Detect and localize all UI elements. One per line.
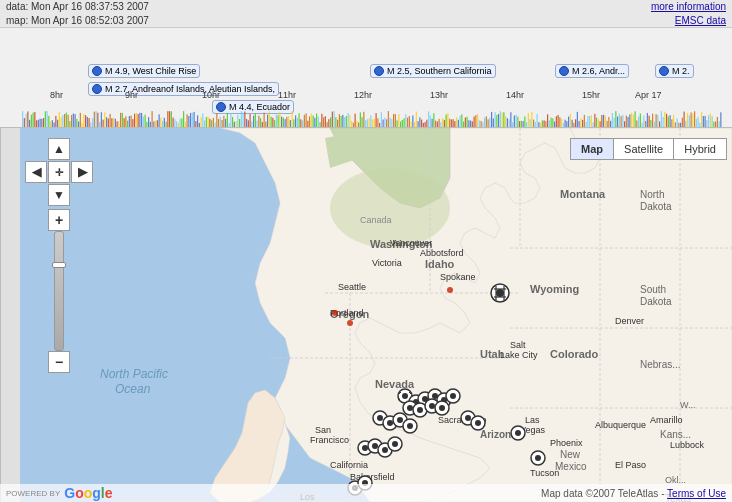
pan-up-button[interactable]: ▲: [48, 138, 70, 160]
svg-rect-85: [171, 111, 172, 127]
pan-down-button[interactable]: ▼: [48, 184, 70, 206]
svg-rect-204: [379, 123, 380, 127]
svg-rect-15: [48, 116, 49, 127]
svg-rect-264: [484, 118, 485, 127]
svg-rect-323: [587, 116, 588, 127]
svg-rect-311: [566, 121, 567, 127]
svg-text:Victoria: Victoria: [372, 258, 402, 268]
svg-rect-72: [148, 117, 149, 127]
svg-rect-202: [376, 113, 377, 127]
svg-rect-45: [101, 112, 102, 127]
pan-left-button[interactable]: ◀: [25, 161, 47, 183]
svg-rect-146: [278, 115, 279, 127]
svg-rect-219: [405, 114, 406, 127]
svg-rect-229: [423, 123, 424, 127]
svg-rect-322: [586, 122, 587, 127]
timeline-event-1[interactable]: M 4.9, West Chile Rise: [88, 64, 200, 78]
timeline-bar[interactable]: M 4.9, West Chile Rise M 2.7, Andreanof …: [0, 28, 732, 128]
zoom-out-button[interactable]: −: [48, 351, 70, 373]
svg-rect-218: [404, 118, 405, 127]
svg-rect-359: [650, 120, 651, 127]
timeline-event-5[interactable]: M 2.6, Andr...: [555, 64, 629, 78]
svg-rect-379: [685, 121, 686, 127]
emsc-data-link[interactable]: EMSC data: [651, 14, 726, 28]
zoom-in-button[interactable]: +: [48, 209, 70, 231]
map-sidebar: [0, 128, 20, 502]
more-information-link[interactable]: more information: [651, 0, 726, 14]
svg-rect-372: [673, 115, 674, 127]
svg-rect-96: [190, 113, 191, 127]
svg-rect-194: [362, 117, 363, 127]
svg-rect-129: [248, 120, 249, 127]
svg-rect-383: [692, 114, 693, 127]
svg-rect-153: [290, 120, 291, 127]
svg-rect-182: [341, 116, 342, 127]
svg-rect-314: [572, 120, 573, 127]
svg-rect-13: [45, 111, 46, 127]
svg-rect-248: [456, 117, 457, 127]
svg-rect-79: [160, 118, 161, 127]
svg-rect-212: [393, 114, 394, 127]
svg-text:San: San: [315, 425, 331, 435]
event-label-4: M 2.5, Southern California: [387, 66, 492, 76]
svg-rect-221: [409, 116, 410, 127]
svg-point-521: [447, 287, 453, 293]
svg-rect-234: [432, 119, 433, 127]
svg-rect-286: [523, 121, 524, 127]
svg-rect-163: [307, 121, 308, 127]
svg-rect-11: [41, 119, 42, 127]
svg-rect-69: [143, 117, 144, 127]
svg-rect-369: [668, 116, 669, 127]
svg-rect-313: [570, 114, 571, 127]
timeline-event-4[interactable]: M 2.5, Southern California: [370, 64, 496, 78]
svg-rect-164: [309, 116, 310, 127]
svg-rect-295: [538, 122, 539, 127]
svg-rect-232: [428, 111, 429, 127]
svg-rect-356: [645, 121, 646, 127]
eq-dot-5: [559, 66, 569, 76]
svg-rect-334: [607, 121, 608, 127]
svg-rect-2: [26, 114, 27, 127]
svg-rect-349: [633, 115, 634, 127]
svg-rect-277: [507, 118, 508, 127]
pan-center-button[interactable]: ✛: [48, 161, 70, 183]
svg-rect-239: [440, 122, 441, 127]
zoom-track[interactable]: [54, 231, 64, 351]
zoom-handle[interactable]: [52, 262, 66, 268]
svg-rect-209: [388, 111, 389, 127]
google-logo-g: G: [64, 485, 75, 501]
svg-rect-226: [418, 121, 419, 127]
svg-text:Salt: Salt: [510, 340, 526, 350]
satellite-button[interactable]: Satellite: [614, 139, 674, 159]
svg-rect-94: [187, 114, 188, 127]
svg-rect-93: [185, 122, 186, 127]
svg-rect-228: [421, 120, 422, 127]
svg-point-506: [475, 420, 481, 426]
svg-rect-137: [262, 122, 263, 127]
svg-rect-169: [318, 117, 319, 127]
svg-text:Denver: Denver: [615, 316, 644, 326]
svg-rect-240: [442, 118, 443, 127]
terms-of-use-link[interactable]: Terms of Use: [667, 488, 726, 499]
svg-rect-301: [549, 120, 550, 127]
svg-rect-54: [117, 121, 118, 127]
svg-rect-158: [299, 113, 300, 127]
timeline-event-6[interactable]: M 2.: [655, 64, 694, 78]
svg-rect-80: [162, 121, 163, 127]
tick-11hr: 11hr: [278, 90, 296, 100]
svg-text:Albuquerque: Albuquerque: [595, 420, 646, 430]
google-logo-o1: o: [75, 485, 84, 501]
map-area[interactable]: Montana North Dakota South Dakota Wyomin…: [20, 128, 732, 502]
svg-rect-388: [701, 112, 702, 127]
svg-rect-237: [437, 121, 438, 127]
svg-rect-196: [365, 120, 366, 127]
map-button[interactable]: Map: [571, 139, 614, 159]
svg-rect-355: [643, 116, 644, 127]
hybrid-button[interactable]: Hybrid: [674, 139, 726, 159]
svg-rect-316: [575, 119, 576, 127]
svg-rect-320: [582, 120, 583, 127]
svg-rect-151: [286, 117, 287, 127]
pan-right-button[interactable]: ▶: [71, 161, 93, 183]
svg-rect-183: [342, 115, 343, 127]
svg-text:Vancouver: Vancouver: [390, 238, 432, 248]
